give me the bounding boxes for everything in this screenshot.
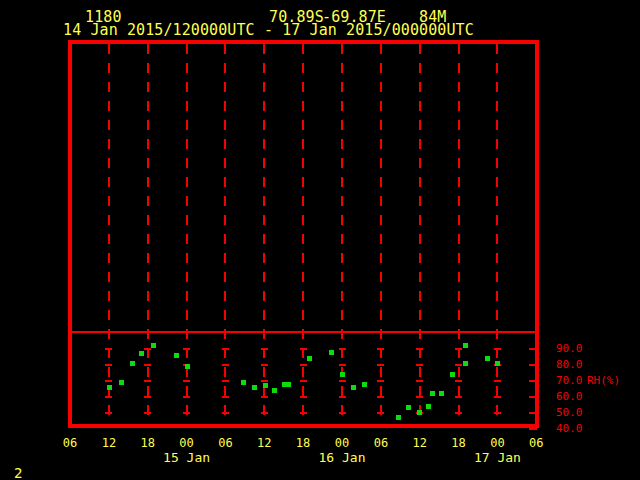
vertical-gridline: [419, 44, 421, 424]
grid-cross-mark: [377, 412, 384, 414]
rh-data-point: [430, 391, 435, 396]
rh-data-point: [406, 405, 411, 410]
grid-cross-mark: [144, 364, 151, 366]
y-axis-tick: [529, 380, 537, 382]
x-axis-day-label: 15 Jan: [157, 451, 217, 464]
vertical-gridline: [458, 44, 460, 424]
grid-cross-mark: [455, 412, 462, 414]
grid-cross-mark: [339, 396, 346, 398]
grid-cross-mark: [300, 412, 307, 414]
grid-cross-mark: [300, 396, 307, 398]
rh-panel-top-line: [70, 331, 537, 333]
grid-cross-mark: [416, 364, 423, 366]
x-axis-tick-label: 18: [289, 437, 317, 450]
x-axis-tick-label: 12: [95, 437, 123, 450]
vertical-gridline: [224, 44, 226, 424]
rh-data-point: [463, 343, 468, 348]
vertical-gridline: [302, 44, 304, 424]
grid-cross-mark: [183, 396, 190, 398]
grid-cross-mark: [105, 364, 112, 366]
rh-data-point: [151, 343, 156, 348]
vertical-gridline: [263, 44, 265, 424]
grid-cross-mark: [494, 396, 501, 398]
grid-cross-mark: [494, 412, 501, 414]
grid-cross-mark: [494, 348, 501, 350]
grid-cross-mark: [183, 412, 190, 414]
rh-data-point: [174, 353, 179, 358]
grid-cross-mark: [261, 396, 268, 398]
grid-cross-mark: [222, 380, 229, 382]
grid-cross-mark: [416, 348, 423, 350]
y-axis-tick-label: 90.0: [556, 342, 583, 355]
x-axis-tick-label: 12: [250, 437, 278, 450]
vertical-gridline: [380, 44, 382, 424]
grid-cross-mark: [416, 396, 423, 398]
grid-cross-mark: [105, 348, 112, 350]
x-axis-tick-label: 06: [211, 437, 239, 450]
y-axis-tick-label: 70.0: [556, 374, 583, 387]
grid-cross-mark: [455, 364, 462, 366]
grid-cross-mark: [377, 364, 384, 366]
x-axis-tick-label: 06: [367, 437, 395, 450]
x-axis-day-label: 16 Jan: [312, 451, 372, 464]
grid-cross-mark: [300, 380, 307, 382]
x-axis-tick-label: 00: [483, 437, 511, 450]
rh-data-point: [485, 356, 490, 361]
grid-cross-mark: [222, 348, 229, 350]
x-axis-tick-label: 00: [173, 437, 201, 450]
grid-cross-mark: [144, 396, 151, 398]
x-axis-tick-label: 00: [328, 437, 356, 450]
grid-cross-mark: [261, 364, 268, 366]
y-axis-tick: [529, 348, 537, 350]
rh-data-point: [362, 382, 367, 387]
y-axis-tick-label: 80.0: [556, 358, 583, 371]
grid-cross-mark: [144, 348, 151, 350]
grid-cross-mark: [416, 380, 423, 382]
vertical-gridline: [147, 44, 149, 424]
y-axis-tick-label: 50.0: [556, 406, 583, 419]
rh-data-point: [272, 388, 277, 393]
rh-data-point: [426, 404, 431, 409]
rh-data-point: [241, 380, 246, 385]
grid-cross-mark: [144, 380, 151, 382]
grid-cross-mark: [105, 412, 112, 414]
rh-data-point: [185, 364, 190, 369]
grid-cross-mark: [183, 348, 190, 350]
grid-cross-mark: [300, 364, 307, 366]
x-axis-day-label: 17 Jan: [467, 451, 527, 464]
y-axis-tick: [529, 364, 537, 366]
y-axis-tick-label: 40.0: [556, 422, 583, 435]
rh-data-point: [119, 380, 124, 385]
rh-data-point: [340, 372, 345, 377]
grid-cross-mark: [339, 348, 346, 350]
grid-cross-mark: [494, 380, 501, 382]
rh-data-point: [450, 372, 455, 377]
rh-data-point: [396, 415, 401, 420]
grid-cross-mark: [377, 396, 384, 398]
rh-data-point: [107, 385, 112, 390]
rh-data-point: [252, 385, 257, 390]
grid-cross-mark: [377, 380, 384, 382]
rh-data-point: [307, 356, 312, 361]
grid-cross-mark: [183, 380, 190, 382]
grid-cross-mark: [261, 348, 268, 350]
grid-cross-mark: [261, 380, 268, 382]
x-axis-tick-label: 06: [56, 437, 84, 450]
vertical-gridline: [341, 44, 343, 424]
grid-cross-mark: [144, 412, 151, 414]
x-axis-tick-label: 12: [406, 437, 434, 450]
grid-cross-mark: [105, 380, 112, 382]
y-axis-unit-label: RH(%): [587, 374, 620, 387]
rh-data-point: [130, 361, 135, 366]
grid-cross-mark: [455, 380, 462, 382]
grid-cross-mark: [377, 348, 384, 350]
meteogram-figure: 1180 70.89S -69.87E 84M 14 Jan 2015/1200…: [0, 0, 640, 480]
rh-data-point: [417, 410, 422, 415]
y-axis-tick-label: 60.0: [556, 390, 583, 403]
rh-data-point: [439, 391, 444, 396]
y-axis-tick: [529, 396, 537, 398]
vertical-gridline: [496, 44, 498, 424]
x-axis-tick-label: 18: [445, 437, 473, 450]
page-number: 2: [14, 465, 22, 480]
vertical-gridline: [108, 44, 110, 424]
